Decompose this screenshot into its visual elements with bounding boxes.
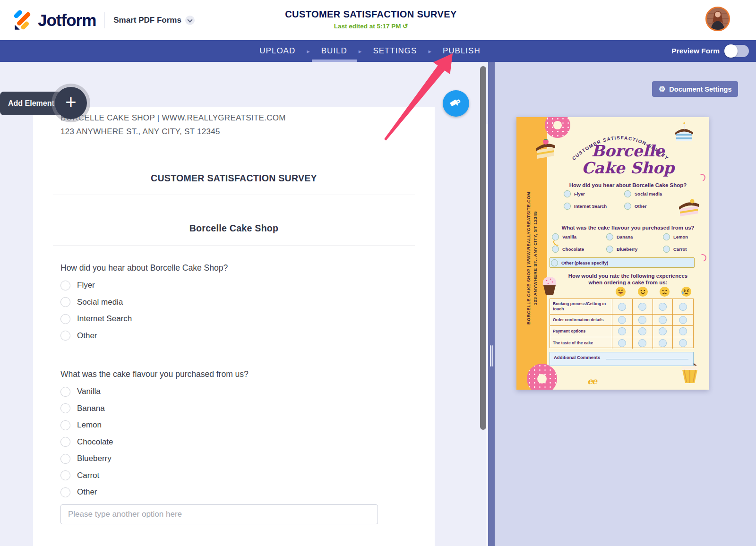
other-option-input[interactable]: [60, 504, 378, 524]
radio-icon[interactable]: [60, 470, 70, 480]
header-separator: [104, 12, 105, 28]
pdf-preview-panel: ⚙ Document Settings BORCELLE CAKE SHOP |…: [495, 62, 756, 546]
app-header: Jotform Smart PDF Forms CUSTOMER SATISFA…: [0, 0, 756, 40]
pdf-q1-title: How did you hear about Borcelle Cake Sho…: [547, 182, 709, 188]
add-element-plus-button[interactable]: +: [55, 87, 87, 119]
document-settings-button[interactable]: ⚙ Document Settings: [652, 81, 738, 97]
pdf-radio-option: Blueberry: [606, 246, 637, 253]
radio-icon[interactable]: [60, 331, 70, 341]
radio-option[interactable]: Internet Search: [60, 314, 132, 324]
pdf-brand-title: Borcelle Cake Shop: [547, 143, 709, 177]
document-settings-label: Document Settings: [669, 85, 731, 93]
radio-icon[interactable]: [60, 314, 70, 324]
rating-circle: [638, 316, 646, 324]
tab-build[interactable]: BUILD: [310, 40, 359, 62]
pdf-q3-title-line2: when ordering a cake from us:: [547, 280, 709, 285]
radio-option[interactable]: Flyer: [60, 280, 132, 290]
radio-option[interactable]: Other: [60, 487, 113, 497]
radio-icon[interactable]: [60, 387, 70, 397]
smile-face-icon: [637, 286, 648, 297]
rating-row-label: The taste of the cake: [550, 337, 612, 349]
pdf-q2-title: What was the cake flavour you purchased …: [547, 225, 709, 230]
rating-circle: [618, 339, 626, 347]
happy-face-icon: [615, 286, 626, 297]
form-heading[interactable]: CUSTOMER SATISFACTION SURVEY: [33, 173, 435, 184]
rating-circle: [659, 327, 667, 335]
form-address-line1[interactable]: BORCELLE CAKE SHOP | WWW.REALLYGREATSITE…: [60, 113, 286, 123]
jotform-logo-icon[interactable]: [10, 9, 34, 32]
rating-circle: [679, 303, 687, 311]
radio-icon[interactable]: [60, 437, 70, 447]
vertical-scrollbar[interactable]: [480, 66, 486, 430]
pdf-sidebar-text: BORCELLE CAKE SHOP | WWW.REALLYGREATSITE…: [526, 183, 538, 334]
rating-circle: [618, 303, 626, 311]
divider: [53, 195, 415, 195]
radio-icon[interactable]: [60, 487, 70, 497]
divider: [53, 245, 415, 246]
undo-icon[interactable]: ↺: [403, 22, 408, 30]
swirl-decoration: [697, 253, 707, 263]
rating-circle: [659, 303, 667, 311]
pdf-radio-option: Internet Search: [564, 203, 607, 210]
jotform-wordmark[interactable]: Jotform: [38, 11, 96, 30]
radio-option[interactable]: Other: [60, 331, 132, 341]
panel-splitter[interactable]: [488, 62, 495, 546]
radio-icon[interactable]: [60, 420, 70, 430]
pdf-page-preview[interactable]: BORCELLE CAKE SHOP | WWW.REALLYGREATSITE…: [516, 117, 709, 390]
toggle-knob[interactable]: [724, 44, 738, 58]
paint-roller-icon: [447, 95, 464, 112]
pdf-radio-option: Social media: [624, 190, 662, 197]
rating-circle: [679, 339, 687, 347]
radio-icon[interactable]: [60, 297, 70, 307]
donut-decoration: [527, 364, 557, 390]
radio-option[interactable]: Banana: [60, 403, 113, 414]
pdf-radio-option: Carrot: [663, 246, 687, 253]
pdf-rating-table: Booking process/Getting in touch Order c…: [550, 299, 694, 348]
radio-option[interactable]: Chocolate: [60, 437, 113, 447]
question2-options: Vanilla Banana Lemon Chocolate Blueberry…: [60, 386, 113, 504]
radio-option[interactable]: Social media: [60, 297, 132, 307]
add-element-label: Add Element: [8, 99, 54, 108]
question1-options: Flyer Social media Internet Search Other: [60, 280, 132, 347]
radio-icon[interactable]: [60, 281, 70, 290]
form-subheading[interactable]: Borcelle Cake Shop: [33, 223, 435, 234]
radio-option[interactable]: Carrot: [60, 470, 113, 481]
style-roller-button[interactable]: [443, 90, 469, 117]
pdf-comments-box: Additional Comments: [550, 352, 694, 366]
radio-option[interactable]: Blueberry: [60, 453, 113, 464]
rating-row-label: Order confirmation details: [550, 315, 612, 326]
rating-circle: [638, 339, 646, 347]
user-avatar[interactable]: [705, 7, 730, 31]
sad-tear-face-icon: [681, 286, 692, 297]
comments-label: Additional Comments: [554, 355, 600, 360]
preview-form-label: Preview Form: [671, 47, 720, 55]
pink-cake-slice-icon: [678, 196, 700, 218]
last-edited-status: Last edited at 5:17 PM↺: [189, 22, 553, 30]
pdf-radio-option: Banana: [606, 233, 633, 240]
rating-row-label: Booking process/Getting in touch: [550, 299, 612, 315]
radio-icon[interactable]: [60, 403, 70, 413]
form-address-line2[interactable]: 123 ANYWHERE ST., ANY CITY, ST 12345: [60, 127, 220, 136]
tab-publish[interactable]: PUBLISH: [431, 40, 492, 62]
rating-circle: [659, 339, 667, 347]
workflow-nav: UPLOAD ▸ BUILD ▸ SETTINGS ▸ PUBLISH Prev…: [0, 40, 756, 62]
product-dropdown[interactable]: Smart PDF Forms: [113, 16, 195, 25]
radio-option[interactable]: Vanilla: [60, 386, 113, 397]
question2-label[interactable]: What was the cake flavour you purchased …: [60, 369, 249, 379]
tab-settings[interactable]: SETTINGS: [361, 40, 428, 62]
question1-label[interactable]: How did you hear about Borcelle Cake Sho…: [60, 263, 228, 273]
rating-circle: [679, 327, 687, 335]
pdf-other-option-box: Other (please specify): [550, 257, 695, 268]
radio-option[interactable]: Lemon: [60, 420, 113, 430]
tab-upload[interactable]: UPLOAD: [248, 40, 307, 62]
rating-circle: [638, 303, 646, 311]
comments-underline: [606, 359, 688, 359]
radio-icon[interactable]: [60, 454, 70, 464]
rating-row-label: Payment options: [550, 326, 612, 337]
rating-circle: [618, 327, 626, 335]
rating-circle: [679, 316, 687, 324]
rating-circle: [638, 327, 646, 335]
preview-form-toggle[interactable]: [725, 45, 749, 57]
cake-slice-icon: [672, 122, 696, 145]
pdf-radio-option: Other: [624, 203, 646, 210]
